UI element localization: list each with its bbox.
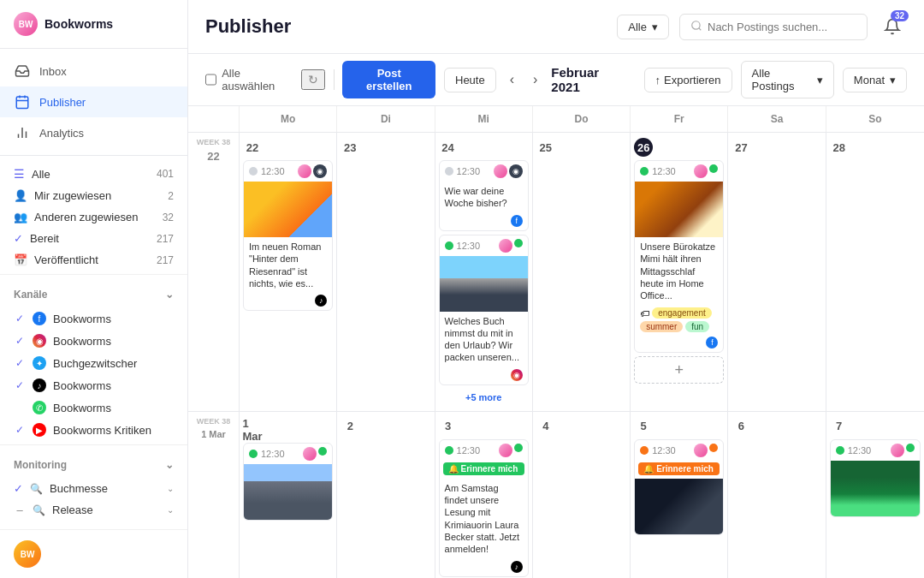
- filter-mir[interactable]: 👤 Mir zugewiesen 2: [0, 185, 187, 206]
- create-post-button[interactable]: Post erstellen: [342, 61, 435, 98]
- today-button[interactable]: Heute: [444, 68, 496, 92]
- add-post-fr26[interactable]: +: [634, 356, 724, 384]
- post-icons-bridge: [303, 447, 327, 461]
- analytics-label: Analytics: [39, 127, 84, 140]
- date-23: 23: [341, 138, 359, 157]
- post-img-bridge: [244, 464, 332, 520]
- post-card-lesung[interactable]: 12:30 🔔 Erinnere mich Am Samstag findet …: [439, 439, 529, 577]
- svg-point-7: [692, 21, 700, 28]
- post-text-woche: Wie war deine Woche bisher?: [440, 182, 528, 213]
- instagram-icon: ◉: [33, 334, 46, 348]
- channel-ig[interactable]: ✓ ◉ Bookworms: [0, 330, 187, 352]
- cal-cell-mi-24: 24 12:30 ◉ Wie war deine Woche bisher? f: [435, 133, 533, 412]
- post-img-road: [440, 256, 528, 312]
- monitoring-release[interactable]: – 🔍 Release ⌄: [0, 499, 187, 521]
- day-header-di: Di: [337, 106, 435, 132]
- cal-cell-mi-3: 3 12:30 🔔 Erinnere mich Am Sams: [435, 412, 533, 578]
- post-status-orange-speaker: [640, 446, 649, 455]
- channel-fb[interactable]: ✓ f Bookworms: [0, 307, 187, 330]
- post-card-buch[interactable]: 12:30 Welches Buch nimmst du mit in den …: [439, 235, 529, 385]
- channels-header[interactable]: Kanäle ⌄: [14, 289, 174, 301]
- post-card-bridge[interactable]: 12:30: [243, 443, 333, 521]
- channel-yt[interactable]: ✓ ▶ Bookworms Kritiken: [0, 419, 187, 441]
- filter-alle[interactable]: ☰ Alle 401: [0, 163, 187, 185]
- ig-post-icon: ◉: [511, 369, 523, 381]
- next-month-button[interactable]: ›: [528, 69, 542, 91]
- post-green-dot-cat: [709, 164, 718, 173]
- all-postings-label: Alle Postings: [752, 67, 812, 92]
- date-22: 22: [243, 138, 262, 157]
- day-header-so: So: [826, 106, 924, 132]
- cal-cell-so-28: 28: [826, 133, 924, 412]
- channel-tw[interactable]: ✓ ✦ Buchgezwitscher: [0, 352, 187, 374]
- filter-veroeffentlicht[interactable]: 📅 Veröffentlicht 217: [0, 249, 187, 271]
- search-icon: [690, 20, 702, 34]
- post-card-speaker[interactable]: 12:30 🔔 Erinnere mich: [634, 439, 724, 535]
- select-all-checkbox[interactable]: [205, 74, 216, 86]
- channel-tw-label: Buchgezwitscher: [53, 357, 137, 370]
- notification-button[interactable]: 32: [878, 12, 907, 41]
- post-avatar2-woche: ◉: [509, 164, 523, 178]
- filter-dropdown[interactable]: Alle ▾: [617, 15, 669, 39]
- post-card-ferris[interactable]: 12:30 ◉ Im neuen Roman "Hinter dem Riese…: [243, 160, 333, 311]
- date-24: 24: [439, 138, 458, 157]
- post-card-cat[interactable]: 12:30 Unsere Bürokatze Mimi hält ihren M…: [634, 160, 724, 353]
- calendar-week-1: Week 38 22 22 12:30 ◉ Im neuen: [188, 133, 924, 412]
- week-38b-num: Week 38: [197, 417, 231, 426]
- channels-label: Kanäle: [14, 289, 47, 301]
- calendar-week-2: Week 38 1 Mar 1 Mar 12:30: [188, 412, 924, 578]
- post-time-forest: 12:30: [848, 445, 872, 456]
- post-time-lesung: 12:30: [457, 445, 481, 456]
- select-all[interactable]: Alle auswählen: [205, 67, 293, 92]
- release-dash: –: [14, 504, 26, 516]
- post-img-forest: [831, 461, 920, 516]
- search-input[interactable]: [708, 21, 856, 33]
- filter-dropdown-label: Alle: [628, 21, 647, 33]
- publisher-label: Publisher: [39, 96, 86, 109]
- channel-yt-label: Bookworms Kritiken: [53, 424, 151, 437]
- filter-bereit[interactable]: ✓ Bereit 217: [0, 228, 187, 249]
- nav-analytics[interactable]: Analytics: [0, 117, 187, 148]
- post-avatar-ferris: [298, 164, 311, 178]
- post-icons-cat: [694, 164, 718, 178]
- user-avatar[interactable]: BW: [14, 540, 41, 568]
- post-footer-buch: ◉: [440, 367, 528, 384]
- fb-post-icon-cat: f: [706, 337, 718, 349]
- refresh-button[interactable]: ↻: [301, 69, 325, 90]
- week-38-num: Week 38: [197, 138, 231, 146]
- filter-anderen-icon: 👥: [14, 211, 27, 223]
- post-status-green-bridge: [249, 450, 258, 458]
- more-posts-button[interactable]: +5 more: [439, 389, 529, 406]
- buchmesse-check: ✓: [14, 482, 23, 495]
- post-card-forest[interactable]: 12:30: [830, 439, 921, 517]
- channel-fb-check: ✓: [14, 313, 26, 325]
- post-card-cat-header: 12:30: [635, 161, 723, 182]
- post-card-woche[interactable]: 12:30 ◉ Wie war deine Woche bisher? f: [439, 160, 529, 231]
- monitoring-header[interactable]: Monitoring ⌄: [14, 459, 174, 471]
- inbox-icon: [14, 63, 31, 80]
- fb-post-icon-woche: f: [511, 215, 523, 227]
- channel-tt[interactable]: ✓ ♪ Bookworms: [0, 374, 187, 396]
- toolbar-divider: [334, 69, 335, 90]
- view-dropdown[interactable]: Monat ▾: [843, 68, 907, 92]
- prev-month-button[interactable]: ‹: [505, 69, 519, 91]
- view-label: Monat: [854, 74, 885, 86]
- post-text-ferris: Im neuen Roman "Hinter dem Riesenrad" is…: [244, 237, 332, 293]
- date-26-today: 26: [634, 138, 653, 157]
- nav-publisher[interactable]: Publisher: [0, 86, 187, 117]
- main-header: Publisher Alle ▾ 32: [188, 0, 924, 54]
- calendar-header: Mo Di Mi Do Fr Sa So: [188, 106, 924, 133]
- channel-wa-label: Bookworms: [53, 402, 111, 414]
- filter-anderen[interactable]: 👥 Anderen zugewiesen 32: [0, 206, 187, 228]
- nav-inbox[interactable]: Inbox: [0, 56, 187, 86]
- channel-wa[interactable]: ✓ ✆ Bookworms: [0, 396, 187, 419]
- export-button[interactable]: ↑ Exportieren: [644, 68, 732, 92]
- monitoring-buchmesse[interactable]: ✓ 🔍 Buchmesse ⌄: [0, 478, 187, 499]
- post-card-buch-header: 12:30: [440, 235, 528, 256]
- tag-engagement: engagement: [652, 307, 712, 319]
- release-chevron: ⌄: [167, 505, 174, 515]
- post-avatar-woche: [494, 164, 507, 178]
- remind-badge-lesung: 🔔 Erinnere mich: [443, 462, 524, 475]
- all-postings-dropdown[interactable]: Alle Postings ▾: [741, 61, 834, 98]
- cal-cell-mo-22: 22 12:30 ◉ Im neuen Roman "Hinter dem Ri…: [240, 133, 337, 412]
